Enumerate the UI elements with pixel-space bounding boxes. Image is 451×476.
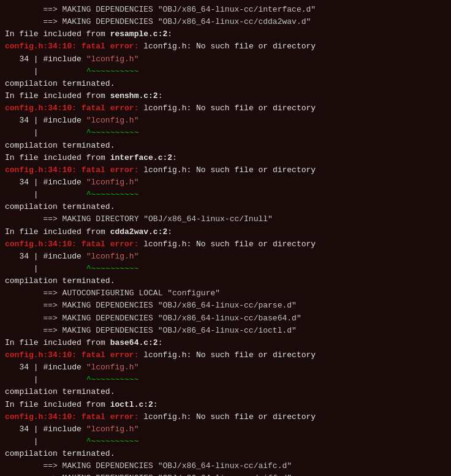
- terminal-text: fatal error:: [81, 350, 143, 360]
- terminal-text: compilation terminated.: [5, 141, 115, 150]
- terminal-text: cdda2wav.c:2: [110, 227, 168, 236]
- terminal-line: ==> MAKING DEPENDENCIES "OBJ/x86_64-linu…: [5, 16, 446, 28]
- terminal-text: ==> MAKING DEPENDENCIES "OBJ/x86_64-linu…: [5, 17, 311, 26]
- terminal-text: 34 | #include: [5, 425, 86, 434]
- terminal-text: |: [5, 437, 86, 446]
- terminal-text: compilation terminated.: [5, 79, 115, 88]
- terminal-text: 34 | #include: [5, 178, 86, 187]
- terminal-text: |: [5, 375, 86, 384]
- terminal-text: fatal error:: [81, 42, 143, 51]
- terminal-text: config.h:34:10:: [5, 42, 81, 51]
- terminal-text: |: [5, 67, 86, 76]
- terminal-line: | ^~~~~~~~~~~: [5, 66, 446, 78]
- terminal-line: ==> MAKING DEPENDENCIES "OBJ/x86_64-linu…: [5, 460, 446, 472]
- terminal-text: 34 | #include: [5, 55, 86, 64]
- terminal-text: In file included from: [5, 400, 110, 409]
- terminal-text: config.h:34:10:: [5, 104, 81, 113]
- terminal-text: ioctl.c:2: [110, 400, 153, 409]
- terminal-text: compilation terminated.: [5, 387, 115, 396]
- terminal-text: lconfig.h: No such file or directory: [143, 42, 316, 51]
- terminal-text: In file included from: [5, 29, 110, 39]
- terminal-text: :: [153, 400, 158, 409]
- terminal-line: 34 | #include "lconfig.h": [5, 423, 446, 436]
- terminal-line: config.h:34:10: fatal error: lconfig.h: …: [5, 40, 446, 53]
- terminal-line: compilation terminated.: [5, 78, 446, 90]
- terminal-line: In file included from ioctl.c:2:: [5, 399, 446, 411]
- terminal-text: fatal error:: [81, 412, 143, 421]
- terminal-text: senshm.c:2: [110, 91, 158, 100]
- terminal-line: In file included from cdda2wav.c:2:: [5, 226, 446, 238]
- terminal-line: In file included from senshm.c:2:: [5, 90, 446, 102]
- terminal-text: |: [5, 128, 86, 137]
- terminal-text: "lconfig.h": [86, 363, 139, 372]
- terminal-text: config.h:34:10:: [5, 165, 81, 175]
- terminal-text: In file included from: [5, 227, 110, 236]
- terminal-text: ==> MAKING DEPENDENCIES "OBJ/x86_64-linu…: [5, 474, 292, 476]
- terminal-text: fatal error:: [81, 240, 143, 249]
- terminal-line: In file included from base64.c:2:: [5, 337, 446, 349]
- terminal-text: ==> MAKING DEPENDENCIES "OBJ/x86_64-linu…: [5, 301, 297, 310]
- terminal-line: compilation terminated.: [5, 386, 446, 398]
- terminal-text: ^~~~~~~~~~~: [86, 264, 139, 273]
- terminal-text: compilation terminated.: [5, 202, 115, 211]
- terminal-line: | ^~~~~~~~~~~: [5, 127, 446, 139]
- terminal-text: "lconfig.h": [86, 425, 139, 434]
- terminal-text: "lconfig.h": [86, 252, 139, 261]
- terminal-text: ^~~~~~~~~~~: [86, 128, 139, 137]
- terminal-text: interface.c:2: [110, 153, 172, 162]
- terminal-line: ==> MAKING DIRECTORY "OBJ/x86_64-linux-c…: [5, 213, 446, 225]
- terminal-text: :: [167, 29, 172, 39]
- terminal-text: |: [5, 190, 86, 199]
- terminal-line: ==> MAKING DEPENDENCIES "OBJ/x86_64-linu…: [5, 300, 446, 312]
- terminal-text: ==> MAKING DEPENDENCIES "OBJ/x86_64-linu…: [5, 326, 297, 335]
- terminal-text: ^~~~~~~~~~~: [86, 67, 139, 76]
- terminal-line: ==> MAKING DEPENDENCIES "OBJ/x86_64-linu…: [5, 325, 446, 337]
- terminal-line: 34 | #include "lconfig.h": [5, 361, 446, 374]
- terminal-text: lconfig.h: No such file or directory: [143, 412, 316, 421]
- terminal-text: ^~~~~~~~~~~: [86, 437, 139, 446]
- terminal-text: ==> AUTOCONFIGURING LOCAL "configure": [5, 289, 220, 298]
- terminal-line: config.h:34:10: fatal error: lconfig.h: …: [5, 102, 446, 115]
- terminal-text: :: [158, 91, 163, 100]
- terminal-line: In file included from resample.c:2:: [5, 28, 446, 40]
- terminal-text: :: [158, 338, 163, 347]
- terminal-line: compilation terminated.: [5, 140, 446, 152]
- terminal-text: 34 | #include: [5, 252, 86, 261]
- terminal-line: ==> MAKING DEPENDENCIES "OBJ/x86_64-linu…: [5, 312, 446, 325]
- terminal-line: ==> MAKING DEPENDENCIES "OBJ/x86_64-linu…: [5, 4, 446, 16]
- terminal-text: ==> MAKING DEPENDENCIES "OBJ/x86_64-linu…: [5, 314, 301, 323]
- terminal-line: config.h:34:10: fatal error: lconfig.h: …: [5, 349, 446, 361]
- terminal-text: base64.c:2: [110, 338, 158, 347]
- terminal-text: ==> MAKING DEPENDENCIES "OBJ/x86_64-linu…: [5, 461, 292, 470]
- terminal-text: |: [5, 264, 86, 273]
- terminal-text: compilation terminated.: [5, 276, 115, 285]
- terminal-line: config.h:34:10: fatal error: lconfig.h: …: [5, 411, 446, 423]
- terminal-text: fatal error:: [81, 165, 143, 175]
- terminal-line: 34 | #include "lconfig.h": [5, 251, 446, 263]
- terminal-line: In file included from interface.c:2:: [5, 152, 446, 164]
- terminal-text: In file included from: [5, 153, 110, 162]
- terminal-line: config.h:34:10: fatal error: lconfig.h: …: [5, 164, 446, 176]
- terminal-text: lconfig.h: No such file or directory: [143, 165, 316, 175]
- terminal-text: lconfig.h: No such file or directory: [143, 240, 316, 249]
- terminal-text: "lconfig.h": [86, 178, 139, 187]
- terminal-line: | ^~~~~~~~~~~: [5, 436, 446, 448]
- terminal-text: resample.c:2: [110, 29, 168, 39]
- terminal-text: config.h:34:10:: [5, 350, 81, 360]
- terminal-line: compilation terminated.: [5, 201, 446, 213]
- terminal-text: compilation terminated.: [5, 449, 115, 458]
- terminal-text: In file included from: [5, 338, 110, 347]
- terminal-text: ==> MAKING DEPENDENCIES "OBJ/x86_64-linu…: [5, 5, 316, 14]
- terminal-line: ==> AUTOCONFIGURING LOCAL "configure": [5, 287, 446, 300]
- terminal-line: 34 | #include "lconfig.h": [5, 53, 446, 66]
- terminal-text: ^~~~~~~~~~~: [86, 190, 139, 199]
- terminal-line: compilation terminated.: [5, 448, 446, 460]
- terminal-text: ==> MAKING DIRECTORY "OBJ/x86_64-linux-c…: [5, 214, 273, 224]
- terminal-text: ^~~~~~~~~~~: [86, 375, 139, 384]
- terminal-text: lconfig.h: No such file or directory: [143, 104, 316, 113]
- terminal-line: 34 | #include "lconfig.h": [5, 176, 446, 189]
- terminal-text: config.h:34:10:: [5, 412, 81, 421]
- terminal-line: 34 | #include "lconfig.h": [5, 115, 446, 127]
- terminal-text: :: [167, 227, 172, 236]
- terminal-text: lconfig.h: No such file or directory: [143, 350, 316, 360]
